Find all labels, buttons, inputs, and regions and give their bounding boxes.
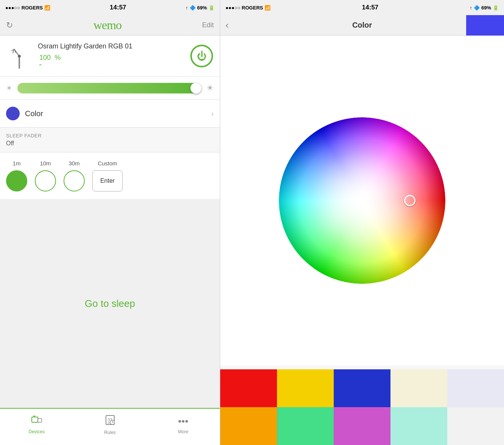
svg-rect-6 xyxy=(32,417,38,422)
timer-30m-circle[interactable] xyxy=(64,170,85,191)
timer-section: 1m 10m 30m Custom Enter xyxy=(0,152,220,199)
tab-bar: Devices 31 Rules ••• More xyxy=(0,408,220,445)
swatch-yellow[interactable] xyxy=(277,369,334,407)
left-bt-icon: 🔷 xyxy=(190,5,196,11)
timer-option-10m[interactable]: 10m xyxy=(35,160,56,191)
color-wheel-svg xyxy=(279,117,445,284)
timer-option-1m[interactable]: 1m xyxy=(6,160,27,191)
rules-tab-icon: 31 xyxy=(105,415,115,428)
devices-tab-icon xyxy=(31,415,42,427)
left-battery-icon: 🔋 xyxy=(208,5,215,11)
timer-1m-label: 1m xyxy=(13,160,21,166)
back-button[interactable]: ‹ xyxy=(226,19,229,31)
color-wheel-area[interactable] xyxy=(220,36,504,366)
swatches-row-1 xyxy=(220,369,504,407)
rules-tab-label: Rules xyxy=(104,430,116,435)
svg-rect-0 xyxy=(19,56,20,68)
color-swatches-section xyxy=(220,366,504,445)
refresh-button[interactable]: ↻ xyxy=(6,20,13,30)
device-info: Osram Lightify Garden RGB 01 100 % ⌃ xyxy=(38,42,184,70)
custom-timer: Custom Enter xyxy=(92,160,123,191)
collapse-icon[interactable]: ⌃ xyxy=(38,63,184,70)
timer-option-30m[interactable]: 30m xyxy=(64,160,85,191)
color-label: Color xyxy=(25,109,43,118)
left-battery-label: 69% xyxy=(197,5,207,11)
right-battery-label: 69% xyxy=(481,5,491,11)
sleep-fader-title: SLEEP FADER xyxy=(6,133,214,138)
timer-1m-circle[interactable] xyxy=(6,170,27,191)
enter-button[interactable]: Enter xyxy=(92,170,123,191)
left-wifi-icon: 📶 xyxy=(44,5,50,11)
svg-point-3 xyxy=(18,54,21,58)
device-lamp-svg xyxy=(8,42,31,70)
color-page-title: Color xyxy=(352,21,372,30)
right-status-bar: ●●●○○ ROGERS 📶 14:57 ↑ 🔷 69% 🔋 xyxy=(220,0,504,15)
right-carrier: ●●●○○ ROGERS xyxy=(226,5,263,11)
left-status-bar: ●●●○○ ROGERS 📶 14:57 ↑ 🔷 69% 🔋 xyxy=(0,0,220,15)
brightness-min-icon: ☀ xyxy=(6,84,12,92)
right-carrier-info: ●●●○○ ROGERS 📶 xyxy=(226,5,271,11)
timer-10m-label: 10m xyxy=(40,160,51,166)
more-tab-icon: ••• xyxy=(178,415,188,427)
swatch-green[interactable] xyxy=(277,407,334,445)
device-brightness: 100 % xyxy=(38,52,184,62)
sleep-fader-section: SLEEP FADER Off xyxy=(0,128,220,152)
edit-button[interactable]: Edit xyxy=(202,21,214,29)
color-wheel[interactable] xyxy=(279,117,445,284)
swatch-red[interactable] xyxy=(220,369,277,407)
right-header: ‹ Color xyxy=(220,15,504,36)
swatch-teal[interactable] xyxy=(390,407,447,445)
swatch-purple[interactable] xyxy=(334,407,390,445)
device-name: Osram Lightify Garden RGB 01 xyxy=(38,42,184,51)
custom-label: Custom xyxy=(98,160,117,166)
left-carrier: ●●●○○ ROGERS xyxy=(5,5,43,11)
color-swatch-preview xyxy=(6,107,20,120)
right-battery-icon: 🔋 xyxy=(493,5,499,11)
power-button[interactable]: ⏻ xyxy=(190,45,213,67)
swatch-orange[interactable] xyxy=(220,407,277,445)
left-location-icon: ↑ xyxy=(185,5,188,11)
right-panel: ●●●○○ ROGERS 📶 14:57 ↑ 🔷 69% 🔋 ‹ Color xyxy=(220,0,504,445)
left-header: ↻ wemo Edit xyxy=(0,15,220,36)
color-row-chevron: › xyxy=(211,109,214,118)
color-row-left: Color xyxy=(6,107,43,120)
svg-point-17 xyxy=(279,117,445,284)
brightness-max-icon: ☀ xyxy=(206,83,214,93)
tab-rules[interactable]: 31 Rules xyxy=(73,415,147,435)
svg-line-4 xyxy=(13,50,14,53)
swatch-white[interactable] xyxy=(447,407,504,445)
left-carrier-info: ●●●○○ ROGERS 📶 xyxy=(5,5,50,11)
power-icon: ⏻ xyxy=(197,50,207,62)
right-wifi-icon: 📶 xyxy=(264,5,271,11)
wemo-logo: wemo xyxy=(93,18,121,32)
timer-10m-circle[interactable] xyxy=(35,170,56,191)
right-battery-info: ↑ 🔷 69% 🔋 xyxy=(470,5,499,11)
go-to-sleep-label: Go to sleep xyxy=(85,298,135,310)
swatch-cool-white[interactable] xyxy=(447,369,504,407)
brightness-slider[interactable] xyxy=(17,83,201,93)
power-button-container: ⏻ xyxy=(189,44,214,68)
timer-30m-label: 30m xyxy=(68,160,79,166)
svg-rect-9 xyxy=(38,419,42,422)
devices-tab-label: Devices xyxy=(28,429,45,434)
device-image xyxy=(6,41,33,71)
left-time: 14:57 xyxy=(110,4,126,11)
tab-devices[interactable]: Devices xyxy=(0,415,73,434)
swatch-blue[interactable] xyxy=(334,369,390,407)
enter-button-label: Enter xyxy=(100,177,115,184)
right-time: 14:57 xyxy=(362,4,378,11)
right-bt-icon: 🔷 xyxy=(474,5,480,11)
brightness-section: ☀ ☀ xyxy=(0,77,220,100)
go-to-sleep-section[interactable]: Go to sleep xyxy=(0,199,220,408)
swatches-row-2 xyxy=(220,407,504,445)
brightness-unit: % xyxy=(54,54,61,61)
more-tab-label: More xyxy=(178,429,188,434)
color-row[interactable]: Color › xyxy=(0,100,220,128)
slider-thumb[interactable] xyxy=(190,82,202,94)
left-panel: ●●●○○ ROGERS 📶 14:57 ↑ 🔷 69% 🔋 ↻ wemo Ed… xyxy=(0,0,220,445)
device-card: Osram Lightify Garden RGB 01 100 % ⌃ ⏻ xyxy=(0,36,220,77)
swatch-warm-white[interactable] xyxy=(390,369,447,407)
tab-more[interactable]: ••• More xyxy=(146,415,220,434)
brightness-value: 100 xyxy=(39,54,51,61)
sleep-fader-value: Off xyxy=(6,140,214,147)
